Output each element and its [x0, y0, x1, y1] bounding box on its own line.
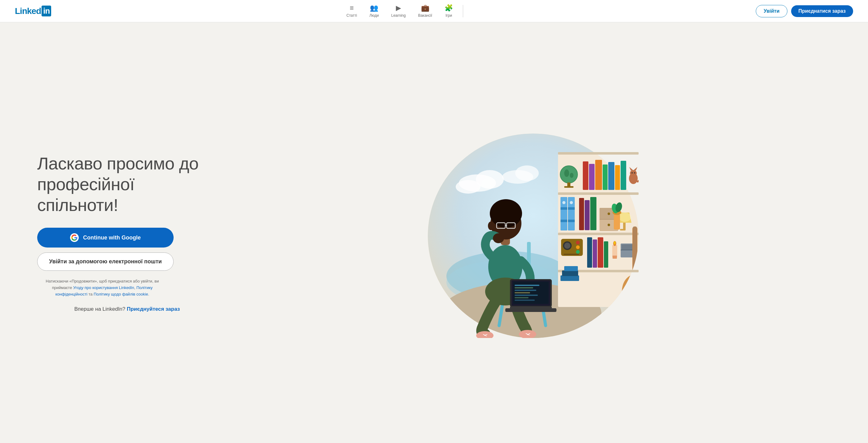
- join-now-button[interactable]: Приєднатися зараз: [791, 5, 853, 17]
- svg-rect-12: [558, 152, 639, 155]
- svg-rect-18: [567, 182, 570, 187]
- google-logo-icon: [70, 233, 79, 242]
- headline-line2: професійної спільноти!: [37, 174, 134, 215]
- svg-marker-32: [633, 167, 638, 171]
- svg-rect-43: [579, 198, 584, 230]
- svg-point-63: [576, 245, 580, 249]
- nav-item-games[interactable]: 🧩 Ігри: [440, 2, 458, 21]
- svg-point-33: [631, 172, 633, 173]
- header: Linkedin ≡ Статті 👥 Люди ▶ Learning 💼 Ва…: [0, 0, 868, 22]
- svg-point-30: [630, 170, 637, 176]
- svg-point-98: [493, 233, 504, 243]
- svg-rect-45: [590, 197, 596, 230]
- svg-rect-22: [583, 161, 588, 190]
- svg-rect-117: [515, 297, 529, 298]
- main-nav: ≡ Статті 👥 Люди ▶ Learning 💼 Вакансії 🧩 …: [342, 2, 466, 21]
- nav-label-learning: Learning: [391, 13, 406, 18]
- svg-rect-118: [515, 300, 535, 301]
- headline-line1: Ласкаво просимо до: [37, 154, 199, 173]
- nav-item-jobs[interactable]: 💼 Вакансії: [413, 2, 437, 21]
- svg-rect-85: [564, 266, 578, 271]
- svg-point-61: [564, 243, 570, 249]
- join-now-link[interactable]: Приєднуйтеся зараз: [127, 306, 180, 312]
- terms-link-cookie[interactable]: Політику щодо файлів cookie: [94, 292, 148, 297]
- terms-link-user-agreement[interactable]: Угоду про користування LinkedIn: [73, 285, 134, 290]
- svg-rect-51: [623, 223, 626, 230]
- svg-rect-13: [558, 192, 639, 195]
- header-actions: Увійти Приєднатися зараз: [756, 5, 853, 18]
- logo[interactable]: Linkedin: [15, 6, 51, 16]
- svg-point-21: [570, 173, 574, 178]
- svg-rect-39: [568, 207, 575, 210]
- svg-rect-116: [515, 295, 538, 296]
- svg-rect-83: [560, 275, 579, 281]
- logo-text: Linkedin: [15, 6, 51, 16]
- svg-point-94: [488, 222, 494, 230]
- svg-point-41: [562, 201, 565, 204]
- svg-point-10: [515, 165, 539, 181]
- svg-rect-65: [564, 254, 579, 255]
- svg-rect-71: [613, 255, 617, 259]
- svg-rect-113: [515, 287, 533, 288]
- continue-with-google-button[interactable]: Continue with Google: [37, 228, 174, 247]
- svg-rect-14: [558, 233, 639, 235]
- svg-rect-53: [620, 229, 626, 231]
- svg-rect-114: [515, 289, 536, 291]
- nav-label-people: Люди: [370, 13, 379, 18]
- headline: Ласкаво просимо до професійної спільноти…: [37, 153, 217, 216]
- svg-rect-44: [585, 200, 590, 230]
- svg-rect-55: [614, 214, 620, 230]
- svg-point-20: [564, 169, 569, 177]
- svg-rect-36: [560, 207, 567, 210]
- svg-rect-112: [515, 285, 539, 286]
- nav-label-articles: Статті: [347, 13, 357, 18]
- svg-point-62: [576, 241, 580, 244]
- svg-point-34: [634, 172, 635, 173]
- terms-text: Натискаючи «Продовжити», щоб приєднатися…: [37, 278, 167, 297]
- svg-rect-66: [587, 237, 592, 268]
- nav-item-articles[interactable]: ≡ Статті: [342, 2, 362, 21]
- terms-and: та: [87, 292, 94, 297]
- svg-point-64: [576, 250, 580, 254]
- main-content: Ласкаво просимо до професійної спільноти…: [0, 22, 868, 443]
- articles-icon: ≡: [350, 4, 354, 12]
- svg-rect-124: [611, 312, 623, 316]
- svg-rect-84: [562, 270, 578, 276]
- svg-rect-26: [608, 162, 614, 190]
- svg-point-8: [456, 180, 480, 194]
- svg-point-73: [614, 241, 616, 244]
- svg-rect-75: [622, 244, 633, 250]
- learning-icon: ▶: [396, 4, 401, 12]
- svg-point-93: [490, 199, 522, 228]
- svg-rect-115: [515, 292, 530, 294]
- nav-item-people[interactable]: 👥 Люди: [365, 2, 384, 21]
- svg-point-50: [608, 224, 610, 226]
- hero-illustration: [422, 127, 639, 338]
- signin-email-button[interactable]: Увійти за допомогою електронної пошти: [37, 252, 174, 271]
- svg-rect-123: [625, 312, 639, 316]
- games-icon: 🧩: [444, 4, 453, 12]
- svg-rect-69: [604, 241, 608, 268]
- left-panel: Ласкаво просимо до професійної спільноти…: [37, 153, 217, 313]
- signin-button[interactable]: Увійти: [756, 5, 787, 18]
- svg-rect-37: [560, 219, 567, 222]
- svg-rect-25: [602, 165, 608, 190]
- terms-end: .: [148, 292, 149, 297]
- svg-rect-24: [595, 160, 602, 190]
- join-prompt: Вперше на LinkedIn? Приєднуйтеся зараз: [37, 306, 217, 312]
- google-g-icon: [71, 235, 78, 241]
- svg-point-79: [626, 280, 639, 303]
- svg-rect-120: [637, 298, 639, 305]
- svg-marker-31: [629, 167, 633, 171]
- nav-label-jobs: Вакансії: [418, 13, 432, 18]
- svg-rect-67: [593, 239, 597, 268]
- join-prompt-text: Вперше на LinkedIn?: [74, 306, 127, 312]
- svg-rect-68: [598, 237, 603, 268]
- logo-in-box: in: [41, 6, 51, 16]
- people-icon: 👥: [370, 4, 378, 12]
- jobs-icon: 💼: [421, 4, 429, 12]
- nav-item-learning[interactable]: ▶ Learning: [386, 2, 411, 21]
- email-btn-label: Увійти за допомогою електронної пошти: [49, 259, 162, 265]
- google-btn-label: Continue with Google: [83, 235, 141, 241]
- right-panel: [217, 127, 843, 338]
